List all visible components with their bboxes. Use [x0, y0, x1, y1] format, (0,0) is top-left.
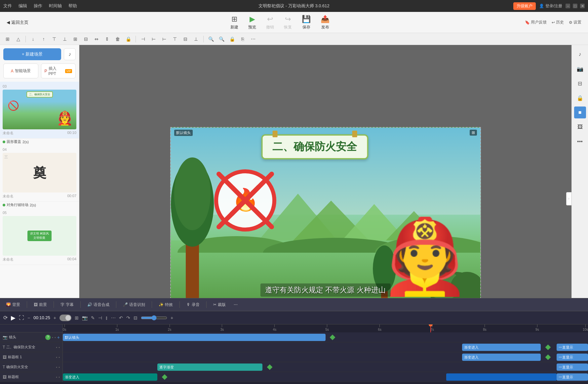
track-camera-dot2[interactable]: •	[55, 335, 56, 339]
tl-fg-btn[interactable]: 🖼 前景	[31, 301, 50, 309]
right-panel-collapse[interactable]: ›	[566, 192, 571, 205]
music-panel-btn[interactable]: ♪	[574, 48, 586, 60]
track-camera-add[interactable]: +	[57, 335, 60, 340]
fullscreen-button[interactable]: ⛶	[19, 315, 24, 321]
speed-knob[interactable]	[59, 315, 71, 321]
title2-block[interactable]: 逐字渐变	[157, 363, 262, 371]
tl-record-btn[interactable]: 🎙 录音	[184, 301, 202, 309]
login-button[interactable]: 👤 登录/注册	[539, 3, 562, 9]
zoom-out[interactable]: 🔍	[217, 35, 226, 43]
align-center-h[interactable]: ⊢	[149, 35, 158, 43]
align-center-v[interactable]: ⊟	[181, 35, 190, 43]
align-bottom[interactable]: ⊥	[60, 35, 69, 43]
menu-operation[interactable]: 操作	[34, 3, 42, 9]
distribute-v[interactable]: ⊟	[82, 35, 90, 43]
color-panel-btn[interactable]: ■	[574, 107, 586, 118]
tl-more2-btn[interactable]: ⋯	[111, 315, 116, 320]
new-scene-button[interactable]: + 新建场景	[3, 48, 61, 60]
align-tool-2[interactable]: △	[14, 35, 22, 43]
maximize-button[interactable]: □	[573, 4, 577, 8]
zoom-out-timeline[interactable]: −	[27, 315, 30, 320]
align-top[interactable]: ⊤	[50, 35, 59, 43]
transition-04[interactable]: 对角行辅转场 2(s)	[0, 202, 79, 208]
copy[interactable]: ⎘	[238, 35, 247, 43]
zoom-in-timeline[interactable]: +	[54, 315, 56, 320]
menu-edit[interactable]: 编辑	[19, 3, 27, 9]
frame2-always[interactable]: 一直显示	[557, 373, 588, 381]
track-title1-dot1[interactable]: •	[56, 345, 57, 349]
rewind-button[interactable]: ⟳	[3, 315, 8, 321]
frame1-diamond[interactable]	[545, 354, 551, 360]
title1-always[interactable]: 一直显示	[557, 344, 588, 351]
history-button[interactable]: ↩ 历史	[552, 20, 564, 25]
save-button[interactable]: 💾 保存	[302, 15, 311, 30]
screenshot-btn[interactable]: 📷	[574, 63, 586, 75]
frame2-diamond[interactable]	[162, 374, 167, 380]
preview-button[interactable]: ▶ 预览	[248, 15, 256, 30]
title2-diamond[interactable]	[267, 364, 272, 370]
track-title1-dot2[interactable]: •	[59, 345, 60, 349]
tl-more-btn[interactable]: ⋯	[231, 301, 240, 308]
track-title2-dot1[interactable]: •	[56, 365, 57, 369]
distribute-h[interactable]: ⊞	[71, 35, 80, 43]
speed-toggle[interactable]	[59, 315, 71, 321]
close-button[interactable]: ✕	[580, 4, 585, 8]
undo-button[interactable]: ↩ 撤销	[266, 15, 274, 30]
menu-timeline[interactable]: 时间轴	[49, 3, 62, 9]
tl-undo-small[interactable]: ↶	[119, 315, 123, 320]
track-frame2-dot1[interactable]: •	[56, 375, 57, 379]
settings-button[interactable]: ⚙ 设置	[569, 20, 581, 25]
align-tool-1[interactable]: ⊞	[3, 35, 12, 43]
scene-item-04[interactable]: 04 三 奠 未命名 00:07	[0, 145, 79, 202]
title1-diamond[interactable]	[545, 344, 551, 350]
tl-zoom-range[interactable]	[141, 315, 167, 320]
tl-subtitle-btn[interactable]: 字 字幕	[58, 301, 76, 309]
align-top2[interactable]: ⊤	[171, 35, 179, 43]
tl-split-btn[interactable]: ⊣	[98, 315, 102, 320]
frame2-block[interactable]: 渐变进入	[63, 373, 157, 381]
layer-btn[interactable]: ⊟	[574, 77, 586, 89]
flip-h[interactable]: ⇔	[92, 35, 101, 43]
track-title2-dot2[interactable]: •	[59, 365, 60, 369]
align-right[interactable]: ⊢	[160, 35, 169, 43]
back-button[interactable]: ◀ 返回主页	[7, 20, 28, 25]
camera-diamond[interactable]	[330, 334, 335, 340]
publish-button[interactable]: 📤 发布	[321, 15, 330, 30]
tl-bg-btn[interactable]: 🌄 背景	[3, 301, 23, 309]
zoom-in[interactable]: 🔍	[207, 35, 215, 43]
lock-btn[interactable]: 🔒	[124, 35, 133, 43]
align-bottom2[interactable]: ⊥	[192, 35, 200, 43]
expand-button[interactable]: ⊞	[470, 130, 477, 136]
align-left[interactable]: ⊣	[139, 35, 147, 43]
tl-redo-small[interactable]: ↷	[126, 315, 130, 320]
scene-item-05[interactable]: 05 讲文明 树新风 文明祭奠 未命名 00:04	[0, 208, 79, 265]
track-camera-dot1[interactable]: •	[52, 335, 53, 339]
play-button[interactable]: ▶	[11, 314, 16, 321]
feedback-button[interactable]: 🔖 用户反馈	[525, 20, 547, 25]
upgrade-button[interactable]: 升级账户	[513, 2, 536, 10]
frame1-always[interactable]: 一直显示	[557, 354, 588, 361]
tl-tts-btn[interactable]: 🔊 语音合成	[85, 301, 112, 309]
tl-asr-btn[interactable]: 🎤 语音识别	[120, 301, 148, 309]
redo-button[interactable]: ↪ 恢复	[284, 15, 292, 30]
insert-ppt-button[interactable]: P 插入PPT VIP	[41, 64, 76, 78]
menu-file[interactable]: 文件	[3, 3, 12, 9]
title1-block[interactable]: 渐变进入	[462, 344, 541, 351]
frame2-block2[interactable]	[446, 373, 557, 381]
flip-v[interactable]: ⇕	[103, 35, 111, 43]
tl-edit-btn[interactable]: ✎	[91, 315, 95, 320]
smart-scene-button[interactable]: A 智能场景	[3, 64, 38, 78]
tl-capture-btn[interactable]: 📷	[82, 315, 88, 320]
minimize-button[interactable]: －	[566, 4, 570, 8]
tl-effects-btn[interactable]: ✨ 特效	[156, 301, 176, 309]
frame1-block[interactable]: 渐变进入	[462, 354, 541, 361]
help-icon[interactable]: ?	[45, 335, 51, 340]
title2-always[interactable]: 一直显示	[557, 363, 588, 371]
tl-add-btn[interactable]: +	[171, 315, 173, 320]
tl-crop-btn[interactable]: ✂ 裁版	[211, 301, 228, 309]
tl-zoom-slider[interactable]: ⊟	[134, 315, 137, 320]
transition-03[interactable]: 圆形覆盖 2(s)	[0, 139, 79, 145]
playhead[interactable]	[430, 324, 431, 332]
lock-panel-btn[interactable]: 🔒	[574, 92, 586, 104]
image-panel-btn[interactable]: 🖼	[574, 121, 586, 133]
